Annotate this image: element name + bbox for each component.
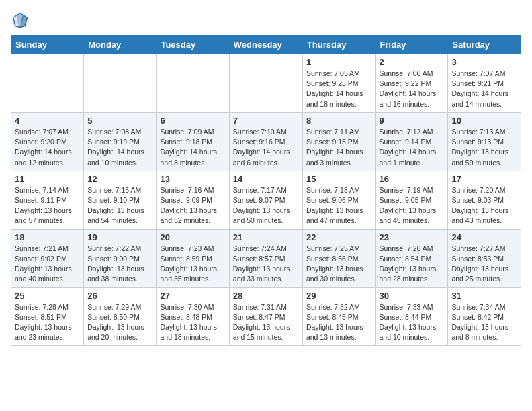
calendar-day-cell: 28Sunrise: 7:31 AM Sunset: 8:47 PM Dayli… [229,287,302,346]
day-number: 3 [451,57,517,67]
day-info: Sunrise: 7:25 AM Sunset: 8:56 PM Dayligh… [306,244,372,285]
day-info: Sunrise: 7:30 AM Sunset: 8:48 PM Dayligh… [160,302,225,343]
calendar-day-cell: 10Sunrise: 7:13 AM Sunset: 9:13 PM Dayli… [448,112,521,171]
day-number: 23 [380,232,445,242]
day-info: Sunrise: 7:18 AM Sunset: 9:06 PM Dayligh… [306,185,372,226]
weekday-header-wednesday: Wednesday [229,36,302,54]
calendar-day-cell: 14Sunrise: 7:17 AM Sunset: 9:07 PM Dayli… [229,171,302,229]
day-info: Sunrise: 7:12 AM Sunset: 9:14 PM Dayligh… [380,127,445,168]
day-number: 15 [306,174,372,184]
calendar-day-cell: 31Sunrise: 7:34 AM Sunset: 8:42 PM Dayli… [448,287,521,346]
calendar-day-cell: 12Sunrise: 7:15 AM Sunset: 9:10 PM Dayli… [84,171,157,229]
weekday-header-thursday: Thursday [302,36,375,54]
day-info: Sunrise: 7:17 AM Sunset: 9:07 PM Dayligh… [233,185,299,226]
day-number: 14 [233,174,299,184]
calendar-day-cell: 29Sunrise: 7:32 AM Sunset: 8:45 PM Dayli… [302,287,375,346]
calendar-day-cell: 15Sunrise: 7:18 AM Sunset: 9:06 PM Dayli… [302,171,375,229]
day-number: 5 [87,116,152,126]
calendar-day-cell: 24Sunrise: 7:27 AM Sunset: 8:53 PM Dayli… [448,229,521,287]
calendar-day-cell: 8Sunrise: 7:11 AM Sunset: 9:15 PM Daylig… [302,112,375,171]
day-number: 2 [380,57,445,67]
day-number: 21 [233,232,299,242]
day-number: 9 [380,116,445,126]
day-info: Sunrise: 7:34 AM Sunset: 8:42 PM Dayligh… [451,302,517,343]
logo [11,11,32,30]
day-number: 25 [15,291,80,301]
calendar-day-cell: 27Sunrise: 7:30 AM Sunset: 8:48 PM Dayli… [157,287,229,346]
calendar-day-cell: 23Sunrise: 7:26 AM Sunset: 8:54 PM Dayli… [375,229,448,287]
logo-icon [11,11,30,30]
day-info: Sunrise: 7:24 AM Sunset: 8:57 PM Dayligh… [233,244,299,285]
day-number: 20 [160,232,225,242]
day-number: 29 [306,291,372,301]
day-number: 30 [380,291,445,301]
day-info: Sunrise: 7:20 AM Sunset: 9:03 PM Dayligh… [451,185,517,226]
calendar-day-cell: 16Sunrise: 7:19 AM Sunset: 9:05 PM Dayli… [375,171,448,229]
day-number: 1 [306,57,372,67]
day-info: Sunrise: 7:06 AM Sunset: 9:22 PM Dayligh… [380,68,445,109]
day-info: Sunrise: 7:31 AM Sunset: 8:47 PM Dayligh… [233,302,299,343]
day-number: 28 [233,291,299,301]
day-number: 7 [233,116,299,126]
day-info: Sunrise: 7:21 AM Sunset: 9:02 PM Dayligh… [15,244,80,285]
day-number: 18 [15,232,80,242]
page-header [11,11,521,30]
calendar-day-cell: 3Sunrise: 7:07 AM Sunset: 9:21 PM Daylig… [448,54,521,113]
calendar-day-cell: 11Sunrise: 7:14 AM Sunset: 9:11 PM Dayli… [11,171,84,229]
calendar-day-cell: 26Sunrise: 7:29 AM Sunset: 8:50 PM Dayli… [84,287,157,346]
day-number: 26 [87,291,152,301]
day-info: Sunrise: 7:28 AM Sunset: 8:51 PM Dayligh… [15,302,80,343]
calendar-table: SundayMondayTuesdayWednesdayThursdayFrid… [11,35,521,346]
day-info: Sunrise: 7:09 AM Sunset: 9:18 PM Dayligh… [160,127,225,168]
calendar-day-cell: 30Sunrise: 7:33 AM Sunset: 8:44 PM Dayli… [375,287,448,346]
calendar-week-row: 25Sunrise: 7:28 AM Sunset: 8:51 PM Dayli… [11,287,521,346]
day-info: Sunrise: 7:08 AM Sunset: 9:19 PM Dayligh… [87,127,152,168]
calendar-day-cell: 4Sunrise: 7:07 AM Sunset: 9:20 PM Daylig… [11,112,84,171]
weekday-header-row: SundayMondayTuesdayWednesdayThursdayFrid… [11,36,521,54]
calendar-day-cell: 6Sunrise: 7:09 AM Sunset: 9:18 PM Daylig… [157,112,229,171]
calendar-day-cell: 25Sunrise: 7:28 AM Sunset: 8:51 PM Dayli… [11,287,84,346]
day-info: Sunrise: 7:23 AM Sunset: 8:59 PM Dayligh… [160,244,225,285]
day-number: 22 [306,232,372,242]
empty-day-cell [229,54,302,113]
day-number: 8 [306,116,372,126]
calendar-day-cell: 2Sunrise: 7:06 AM Sunset: 9:22 PM Daylig… [375,54,448,113]
calendar-week-row: 18Sunrise: 7:21 AM Sunset: 9:02 PM Dayli… [11,229,521,287]
day-number: 19 [87,232,152,242]
day-info: Sunrise: 7:27 AM Sunset: 8:53 PM Dayligh… [451,244,517,285]
calendar-day-cell: 17Sunrise: 7:20 AM Sunset: 9:03 PM Dayli… [448,171,521,229]
weekday-header-monday: Monday [84,36,157,54]
day-number: 4 [15,116,80,126]
calendar-week-row: 4Sunrise: 7:07 AM Sunset: 9:20 PM Daylig… [11,112,521,171]
day-number: 11 [15,174,80,184]
day-info: Sunrise: 7:33 AM Sunset: 8:44 PM Dayligh… [380,302,445,343]
empty-day-cell [11,54,84,113]
day-info: Sunrise: 7:11 AM Sunset: 9:15 PM Dayligh… [306,127,372,168]
day-number: 24 [451,232,517,242]
day-info: Sunrise: 7:22 AM Sunset: 9:00 PM Dayligh… [87,244,152,285]
day-info: Sunrise: 7:07 AM Sunset: 9:20 PM Dayligh… [15,127,80,168]
calendar-day-cell: 21Sunrise: 7:24 AM Sunset: 8:57 PM Dayli… [229,229,302,287]
day-info: Sunrise: 7:14 AM Sunset: 9:11 PM Dayligh… [15,185,80,226]
calendar-day-cell: 18Sunrise: 7:21 AM Sunset: 9:02 PM Dayli… [11,229,84,287]
empty-day-cell [157,54,229,113]
day-number: 27 [160,291,225,301]
day-info: Sunrise: 7:05 AM Sunset: 9:23 PM Dayligh… [306,68,372,109]
weekday-header-tuesday: Tuesday [157,36,229,54]
day-number: 13 [160,174,225,184]
day-number: 6 [160,116,225,126]
calendar-day-cell: 19Sunrise: 7:22 AM Sunset: 9:00 PM Dayli… [84,229,157,287]
weekday-header-saturday: Saturday [448,36,521,54]
day-info: Sunrise: 7:32 AM Sunset: 8:45 PM Dayligh… [306,302,372,343]
calendar-week-row: 1Sunrise: 7:05 AM Sunset: 9:23 PM Daylig… [11,54,521,113]
calendar-day-cell: 22Sunrise: 7:25 AM Sunset: 8:56 PM Dayli… [302,229,375,287]
calendar-week-row: 11Sunrise: 7:14 AM Sunset: 9:11 PM Dayli… [11,171,521,229]
day-info: Sunrise: 7:07 AM Sunset: 9:21 PM Dayligh… [451,68,517,109]
day-info: Sunrise: 7:19 AM Sunset: 9:05 PM Dayligh… [380,185,445,226]
calendar-day-cell: 20Sunrise: 7:23 AM Sunset: 8:59 PM Dayli… [157,229,229,287]
calendar-day-cell: 7Sunrise: 7:10 AM Sunset: 9:16 PM Daylig… [229,112,302,171]
day-info: Sunrise: 7:10 AM Sunset: 9:16 PM Dayligh… [233,127,299,168]
day-info: Sunrise: 7:26 AM Sunset: 8:54 PM Dayligh… [380,244,445,285]
weekday-header-sunday: Sunday [11,36,84,54]
day-info: Sunrise: 7:16 AM Sunset: 9:09 PM Dayligh… [160,185,225,226]
